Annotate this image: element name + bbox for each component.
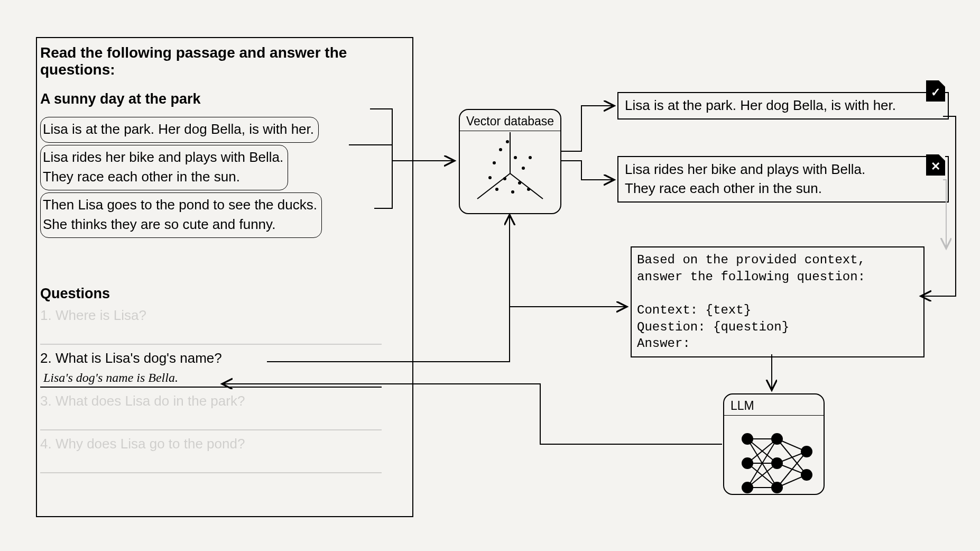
svg-point-6 [522,167,525,170]
svg-point-8 [518,181,521,185]
retrieved-line: Lisa rides her bike and plays with Bella… [625,160,941,179]
chunk-line: Then Lisa goes to the pond to see the du… [43,195,317,215]
passage-chunk: Lisa rides her bike and plays with Bella… [40,145,288,190]
svg-point-12 [527,188,530,191]
svg-point-13 [495,188,498,191]
answer-line [40,456,382,473]
chunk-line: Lisa rides her bike and plays with Bella… [43,148,283,167]
llm-node: LLM [723,393,825,495]
svg-line-37 [777,475,807,488]
svg-point-7 [503,177,506,180]
llm-title: LLM [724,397,824,416]
chunk-line: Lisa is at the park. Her dog Bella, is w… [43,120,314,139]
worksheet-panel: Read the following passage and answer th… [36,37,413,517]
svg-point-9 [488,176,492,179]
question-text: Why does Lisa go to the pond? [56,436,245,452]
vector-database-title: Vector database [460,112,560,131]
document-x-icon: ✕ [926,154,945,176]
question-item: 3. What does Lisa do in the park? [40,393,409,409]
svg-point-3 [493,161,496,164]
x-icon: ✕ [926,160,945,173]
question-text: Where is Lisa? [56,307,146,323]
question-text: What does Lisa do in the park? [56,393,245,409]
answer-line: Lisa's dog's name is Bella. [40,371,382,388]
question-item: 4. Why does Lisa go to the pond? [40,436,409,452]
chunk-line: She thinks they are so cute and funny. [43,215,317,234]
worksheet-heading: Read the following passage and answer th… [40,44,409,78]
question-number: 1. [40,307,52,323]
check-icon: ✓ [926,86,945,99]
document-check-icon: ✓ [926,80,945,102]
retrieved-chunk: Lisa rides her bike and plays with Bella… [617,156,949,203]
answer-line [40,328,382,345]
svg-point-11 [506,140,509,143]
questions-heading: Questions [40,286,409,302]
retrieved-line: Lisa is at the park. Her dog Bella, is w… [625,96,941,115]
prompt-template: Based on the provided context, answer th… [631,246,924,357]
question-number: 3. [40,393,52,409]
prompt-line: Answer: [637,336,690,351]
retrieved-chunk: Lisa is at the park. Her dog Bella, is w… [617,92,949,120]
retrieved-line: They race each other in the sun. [625,179,941,198]
prompt-line: answer the following question: [637,270,865,284]
prompt-line: Question: {question} [637,320,789,334]
answer-line [40,414,382,430]
vector-database-node: Vector database [459,109,561,214]
svg-point-10 [529,156,532,159]
question-number: 2. [40,350,52,366]
prompt-line: Based on the provided context, [637,253,865,267]
question-number: 4. [40,436,52,452]
question-item: 2. What is Lisa's dog's name? [40,350,409,366]
question-text: What is Lisa's dog's name? [56,350,222,366]
passage-title: A sunny day at the park [40,91,409,107]
prompt-line: Context: {text} [637,303,751,317]
svg-point-14 [511,190,514,194]
svg-line-32 [777,439,807,452]
svg-point-5 [514,156,517,159]
svg-line-1 [510,173,543,199]
svg-point-4 [499,148,502,151]
chunk-line: They race each other in the sun. [43,167,283,187]
question-item: 1. Where is Lisa? [40,307,409,324]
passage-chunk: Lisa is at the park. Her dog Bella, is w… [40,117,319,143]
passage-chunk: Then Lisa goes to the pond to see the du… [40,192,322,238]
